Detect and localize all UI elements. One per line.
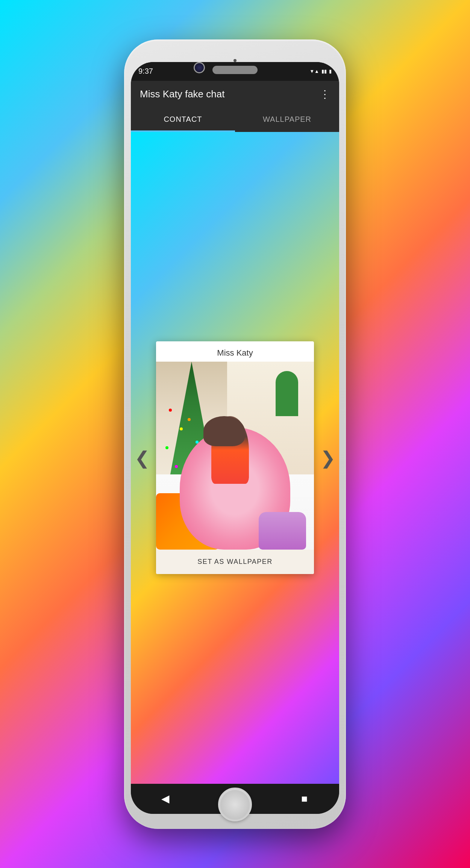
front-sensor: [233, 59, 237, 62]
recents-button[interactable]: ■: [295, 789, 314, 808]
carousel-prev-button[interactable]: ❮: [135, 447, 150, 468]
tab-bar: CONTACT WALLPAPER: [131, 108, 339, 132]
carousel-next-button[interactable]: ❯: [320, 447, 335, 468]
speaker-grille: [212, 66, 258, 74]
battery-icon: ▮: [329, 68, 332, 74]
xmas-light-orange: [188, 418, 191, 421]
back-button[interactable]: ◀: [156, 789, 175, 808]
physical-home-button[interactable]: [218, 788, 252, 821]
tab-wallpaper-label: WALLPAPER: [263, 115, 311, 124]
overflow-menu-icon[interactable]: ⋮: [320, 88, 330, 100]
girl-hair: [203, 416, 245, 446]
tab-contact-label: CONTACT: [164, 115, 202, 124]
xmas-light-green: [165, 446, 168, 449]
contact-photo: [156, 362, 314, 550]
back-icon: ◀: [161, 792, 170, 805]
set-wallpaper-button[interactable]: SET AS WALLPAPER: [156, 550, 314, 574]
contact-name: Miss Katy: [156, 341, 314, 362]
status-right-icons: ▼▲ ▮▮ ▮: [309, 68, 332, 74]
front-camera: [194, 62, 205, 73]
status-time: 9:37: [138, 67, 153, 76]
unicorn-feet: [259, 512, 306, 550]
photo-background: [156, 362, 314, 550]
app-title: Miss Katy fake chat: [140, 88, 224, 100]
signal-icon: ▮▮: [321, 68, 327, 74]
phone-frame: 9:37 ⚙ 🛡 ▣ ⊕ ▼▲ ▮▮ ▮ Miss Katy fake chat…: [124, 39, 346, 829]
tab-contact[interactable]: CONTACT: [131, 108, 235, 131]
recents-icon: ■: [301, 793, 308, 805]
set-wallpaper-label: SET AS WALLPAPER: [197, 558, 273, 565]
wifi-icon: ▼▲: [309, 68, 319, 74]
app-bar: Miss Katy fake chat ⋮: [131, 81, 339, 108]
content-area: ❮ Miss Katy: [131, 132, 339, 784]
contact-card: Miss Katy: [156, 341, 314, 574]
tab-wallpaper[interactable]: WALLPAPER: [235, 108, 339, 131]
xmas-light-red: [169, 409, 172, 412]
potted-plant: [276, 371, 298, 416]
xmas-light-yellow: [180, 427, 183, 430]
phone-screen: 9:37 ⚙ 🛡 ▣ ⊕ ▼▲ ▮▮ ▮ Miss Katy fake chat…: [131, 62, 339, 814]
